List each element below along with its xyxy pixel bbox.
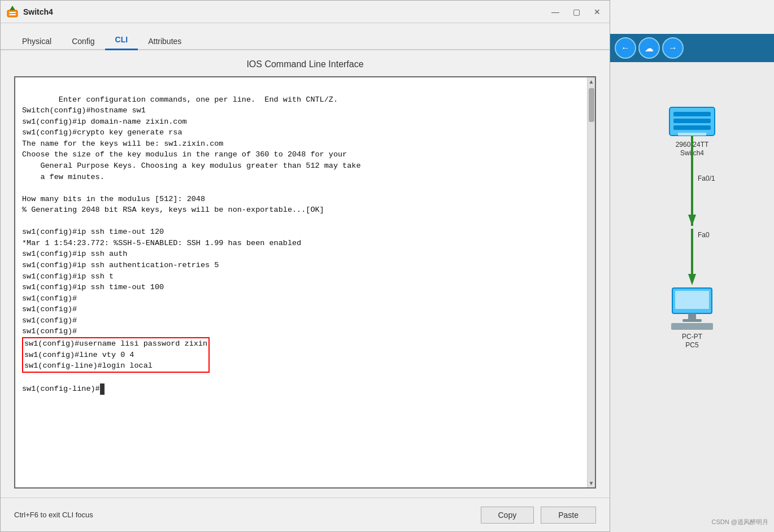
scroll-up-arrow[interactable]: ▲	[588, 77, 595, 86]
tab-cli[interactable]: CLI	[105, 30, 138, 50]
app-icon	[6, 6, 19, 18]
forward-icon: →	[668, 43, 677, 53]
main-dialog: Switch4 — ▢ ✕ Physical Config CLI Attrib…	[0, 0, 610, 532]
scrollbar-thumb[interactable]	[589, 88, 594, 122]
terminal-scrollbar[interactable]: ▲ ▼	[587, 77, 595, 487]
svg-marker-9	[688, 215, 696, 226]
svg-rect-4	[678, 133, 706, 136]
section-title: IOS Command Line Interface	[14, 59, 596, 69]
maximize-button[interactable]: ▢	[569, 6, 584, 18]
terminal-cursor-line: sw1(config-line)#|	[22, 385, 105, 393]
svg-rect-17	[671, 323, 713, 330]
svg-rect-3	[673, 125, 711, 130]
svg-rect-15	[688, 313, 696, 319]
tab-physical[interactable]: Physical	[12, 32, 62, 50]
back-icon: ←	[621, 43, 630, 53]
tab-bar: Physical Config CLI Attributes	[1, 23, 610, 50]
toolbar-right: ← ☁ →	[610, 34, 774, 62]
minimize-button[interactable]: —	[548, 6, 563, 18]
svg-marker-23	[10, 6, 15, 10]
title-bar: Switch4 — ▢ ✕	[1, 1, 610, 23]
svg-rect-2	[673, 119, 711, 123]
svg-text:Fa0/1: Fa0/1	[698, 175, 715, 182]
svg-rect-16	[682, 319, 702, 322]
terminal[interactable]: Enter configuration commands, one per li…	[15, 77, 587, 487]
terminal-highlighted-section: sw1(config)#username lisi password zixin…	[22, 337, 210, 373]
scroll-down-arrow[interactable]: ▼	[588, 479, 595, 487]
svg-rect-21	[9, 12, 16, 13]
terminal-wrapper: Enter configuration commands, one per li…	[14, 76, 596, 489]
window-controls: — ▢ ✕	[548, 6, 604, 18]
svg-marker-12	[688, 274, 696, 285]
window-title: Switch4	[23, 7, 548, 16]
svg-rect-20	[7, 10, 18, 17]
copy-button[interactable]: Copy	[481, 507, 534, 524]
back-button[interactable]: ←	[615, 37, 636, 59]
svg-rect-1	[673, 112, 711, 116]
csdn-watermark: CSDN @逍风醉明月	[712, 518, 768, 526]
footer-buttons: Copy Paste	[481, 507, 597, 524]
svg-rect-22	[9, 14, 16, 15]
terminal-content-before: Enter configuration commands, one per li…	[22, 95, 361, 336]
footer: Ctrl+F6 to exit CLI focus Copy Paste	[1, 498, 610, 531]
svg-rect-14	[675, 291, 709, 309]
network-area: 2960-24TT Switch4 Fa0/1 Fa0 PC-PT PC5 CS…	[610, 62, 774, 532]
forward-button[interactable]: →	[662, 37, 684, 59]
cloud-icon: ☁	[645, 43, 654, 54]
tab-config[interactable]: Config	[62, 32, 105, 50]
footer-hint: Ctrl+F6 to exit CLI focus	[14, 511, 481, 519]
network-diagram: 2960-24TT Switch4 Fa0/1 Fa0 PC-PT PC5	[610, 62, 774, 532]
content-area: IOS Command Line Interface Enter configu…	[1, 50, 610, 498]
cloud-button[interactable]: ☁	[638, 37, 660, 59]
svg-text:PC-PT: PC-PT	[682, 333, 703, 341]
tab-attributes[interactable]: Attributes	[138, 32, 192, 50]
svg-text:PC5: PC5	[685, 341, 699, 349]
paste-button[interactable]: Paste	[541, 507, 596, 524]
svg-text:Fa0: Fa0	[698, 231, 710, 239]
close-button[interactable]: ✕	[590, 6, 604, 18]
